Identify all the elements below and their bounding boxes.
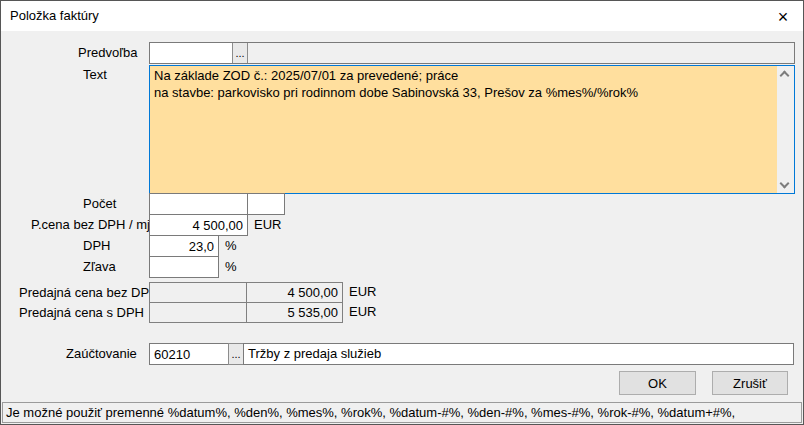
- zauctovanie-label: Zaúčtovanie: [66, 343, 137, 365]
- predvolba-browse-button[interactable]: ...: [232, 43, 248, 63]
- text-label: Text: [83, 64, 107, 86]
- predajna-s-dph-field: 5 535,00: [149, 302, 343, 323]
- predajna-bez-dph-empty-cell: [150, 283, 247, 302]
- pcena-label: P.cena bez DPH / mj: [31, 214, 150, 236]
- predvolba-label: Predvoľba: [78, 42, 137, 64]
- text-area-content: Na základe ZOD č.: 2025/07/01 za prevede…: [150, 66, 777, 193]
- zlava-label: Zľava: [83, 256, 116, 278]
- invoice-item-dialog: Položka faktúry × Predvoľba ... Text Na …: [0, 0, 804, 425]
- cancel-button[interactable]: Zrušiť: [712, 371, 788, 395]
- predvolba-field: ...: [149, 42, 795, 64]
- textarea-scrollbar[interactable]: [777, 66, 794, 193]
- predajna-bez-dph-unit-label: EUR: [349, 281, 376, 303]
- zlava-input[interactable]: [149, 256, 219, 278]
- scroll-down-icon[interactable]: [780, 179, 790, 189]
- predvolba-input[interactable]: [150, 43, 232, 63]
- pocet-label: Počet: [83, 193, 116, 215]
- zauctovanie-description-field: Tržby z predaja služieb: [243, 343, 794, 365]
- predvolba-readonly-area: [248, 43, 794, 63]
- pocet-unit-input[interactable]: [247, 193, 285, 215]
- scroll-up-icon[interactable]: [780, 71, 790, 81]
- predajna-s-dph-value: 5 535,00: [247, 303, 342, 322]
- predajna-s-dph-empty-cell: [150, 303, 247, 322]
- dph-input[interactable]: [149, 235, 219, 257]
- dph-label: DPH: [83, 235, 110, 257]
- status-bar: Je možné použiť premenné %datum%, %den%,…: [2, 402, 802, 423]
- status-text: Je možné použiť premenné %datum%, %den%,…: [6, 405, 735, 420]
- predajna-bez-dph-value: 4 500,00: [247, 283, 342, 302]
- close-button[interactable]: ×: [771, 5, 795, 29]
- predajna-bez-dph-label: Predajná cena bez DPH: [19, 282, 158, 303]
- zlava-unit-label: %: [225, 256, 237, 278]
- pcena-unit-label: EUR: [254, 214, 281, 236]
- ok-button[interactable]: OK: [619, 371, 696, 395]
- dialog-title: Položka faktúry: [10, 1, 99, 31]
- pcena-input[interactable]: [149, 214, 248, 236]
- text-area[interactable]: Na základe ZOD č.: 2025/07/01 za prevede…: [149, 65, 795, 194]
- predajna-s-dph-unit-label: EUR: [349, 301, 376, 323]
- zauctovanie-input[interactable]: [149, 343, 229, 365]
- pocet-input[interactable]: [149, 193, 248, 215]
- dph-unit-label: %: [225, 235, 237, 257]
- zauctovanie-browse-button[interactable]: ...: [228, 343, 244, 365]
- predajna-s-dph-label: Predajná cena s DPH: [19, 302, 144, 323]
- predajna-bez-dph-field: 4 500,00: [149, 282, 343, 303]
- close-icon: ×: [778, 7, 789, 27]
- titlebar: Položka faktúry ×: [1, 1, 803, 31]
